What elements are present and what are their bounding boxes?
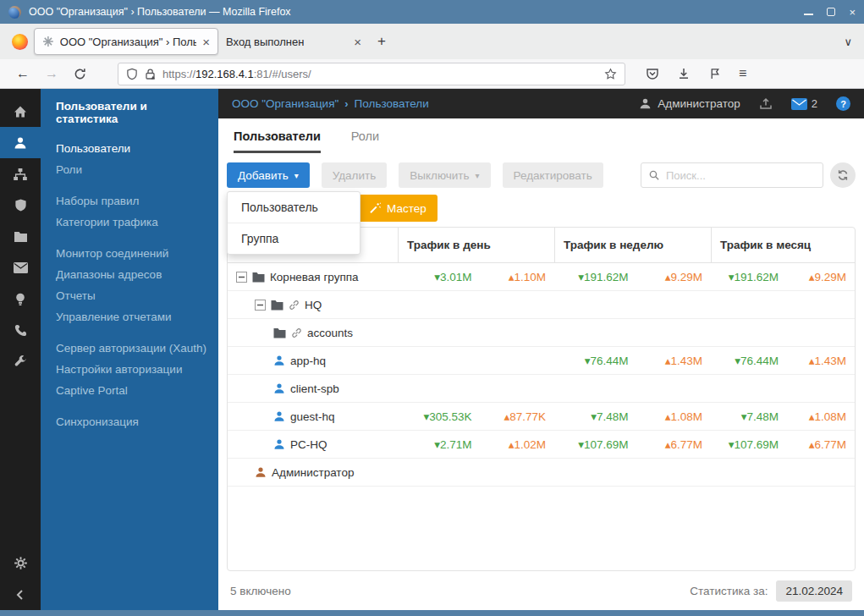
table-row[interactable]: guest-hq ▾305.53K▴87.77K ▾7.48M▴1.08M ▾7… [228,403,855,431]
sidebar-item-traffic-categories[interactable]: Категории трафика [56,212,212,233]
download-value: ▾191.62M [711,270,779,283]
download-value: ▾191.62M [554,270,629,283]
tab-roles[interactable]: Роли [351,129,379,153]
collapse-icon[interactable] [236,272,247,283]
mail-notifications[interactable]: 2 [791,97,817,110]
new-tab-button[interactable]: + [369,33,394,50]
extension-flag-icon[interactable] [708,67,721,80]
bookmark-star-icon[interactable] [604,68,617,80]
tree-cell: PC-HQ [228,438,398,451]
page-topbar: ООО "Организация" › Пользователи Админис… [218,89,864,118]
upload-value: ▴9.29M [779,270,846,283]
table-row[interactable]: Администратор [228,459,855,487]
dropdown-item-group[interactable]: Группа [228,223,360,254]
sidebar-item-auth-settings[interactable]: Настройки авторизации [56,359,212,380]
table-row[interactable]: PC-HQ ▾2.71M▴1.02M ▾107.69M▴6.77M ▾107.6… [228,431,855,459]
sidebar-item-report-management[interactable]: Управление отчетами [56,306,212,327]
browser-tab-users[interactable]: ООО "Организация" › Поль × [34,28,218,55]
help-icon[interactable]: ? [836,96,850,111]
add-button[interactable]: Добавить ▾ [227,162,310,188]
table-row[interactable]: client-spb [228,375,855,403]
collapse-sidebar-icon[interactable] [0,579,41,610]
tab-users[interactable]: Пользователи [234,129,321,153]
mail-section-icon[interactable] [0,252,41,283]
sidebar-header: Пользователи и статистика [56,100,212,125]
security-shield-icon[interactable] [0,190,41,221]
delete-button[interactable]: Удалить [322,162,388,188]
folder-section-icon[interactable] [0,221,41,252]
network-sitemap-icon[interactable] [0,158,41,190]
sidebar-item-sync[interactable]: Синхронизация [56,411,212,432]
firefox-window-icon [8,6,21,19]
row-name: PC-HQ [290,438,327,451]
breadcrumb-org[interactable]: ООО "Организация" [232,97,338,110]
back-button[interactable]: ← [8,66,37,81]
stats-date-button[interactable]: 21.02.2024 [776,580,852,602]
delete-button-label: Удалить [333,169,377,182]
column-traffic-week[interactable]: Трафик в неделю [554,228,711,262]
master-button-label: Мастер [387,202,426,215]
tree-cell: app-hq [228,355,398,367]
breadcrumb-page[interactable]: Пользователи [355,97,429,110]
search-box[interactable] [641,162,823,188]
table-row[interactable]: HQ [228,291,855,319]
disable-button[interactable]: Выключить ▾ [399,162,490,188]
sidebar-item-captive-portal[interactable]: Captive Portal [56,380,212,401]
dropdown-item-user[interactable]: Пользователь [228,192,360,223]
rail-spacer [0,377,41,547]
user-icon [273,438,285,450]
users-section-icon[interactable] [0,127,41,158]
lightbulb-icon[interactable] [0,283,41,315]
forward-button[interactable]: → [37,66,66,81]
upload-value: ▴1.43M [629,354,703,367]
tab-label: ООО "Организация" › Поль [60,36,196,48]
sidebar-item-address-ranges[interactable]: Диапазоны адресов [56,264,212,285]
pocket-icon[interactable] [646,67,659,80]
upload-icon[interactable] [759,97,773,110]
browser-tab-login[interactable]: Вход выполнен × [218,28,369,55]
lock-warning-icon[interactable] [144,68,157,80]
list-tabs-icon[interactable]: ∨ [844,36,859,48]
url-scheme: https:// [162,68,195,80]
phone-icon[interactable] [0,315,41,346]
collapse-icon[interactable] [255,300,266,311]
edit-button[interactable]: Редактировать [503,162,603,188]
menu-hamburger-icon[interactable]: ≡ [739,66,746,81]
reload-button[interactable] [66,68,94,80]
table-row[interactable]: Корневая группа ▾3.01M▴1.10M ▾191.62M▴9.… [228,263,855,291]
tab-close-icon[interactable]: × [354,36,361,48]
downloads-icon[interactable] [677,67,691,80]
icon-rail [0,89,41,610]
minimize-icon[interactable] [804,8,813,15]
sidebar-item-connection-monitor[interactable]: Монитор соединений [56,243,212,264]
window-bottom-border [0,610,864,616]
table-row[interactable]: app-hq ▾76.44M▴1.43M ▾76.44M▴1.43M [228,347,855,375]
refresh-button[interactable] [830,162,856,188]
maximize-icon[interactable] [827,8,835,16]
row-name: app-hq [290,355,326,367]
sidebar-item-xauth-server[interactable]: Сервер авторизации (Xauth) [56,338,212,359]
sidebar-item-roles[interactable]: Роли [56,159,212,180]
settings-gear-icon[interactable] [0,547,41,579]
firefox-logo-button[interactable] [5,27,34,56]
current-user[interactable]: Администратор [639,97,740,110]
tab-close-icon[interactable]: × [202,36,210,48]
home-icon[interactable] [0,96,41,127]
column-traffic-day[interactable]: Трафик в день [398,228,554,262]
master-wizard-button[interactable]: Мастер [358,195,438,222]
upload-value: ▴1.43M [779,354,846,367]
sidebar-item-reports[interactable]: Отчеты [56,285,212,306]
wrench-icon[interactable] [0,346,41,377]
tree-cell: guest-hq [228,410,398,423]
user-icon [639,97,652,110]
table-row[interactable]: accounts [228,319,855,347]
sidebar-item-rulesets[interactable]: Наборы правил [56,190,212,212]
tracking-shield-icon[interactable] [126,68,138,80]
search-input[interactable] [666,169,815,182]
url-bar[interactable]: https://192.168.4.1:81/#/users/ [118,63,625,85]
close-icon[interactable]: × [849,7,856,18]
traffic-month: ▾7.48M▴1.08M [711,410,855,423]
row-name: client-spb [290,382,339,395]
sidebar-item-users[interactable]: Пользователи [56,138,212,159]
column-traffic-month[interactable]: Трафик в месяц [711,228,855,262]
